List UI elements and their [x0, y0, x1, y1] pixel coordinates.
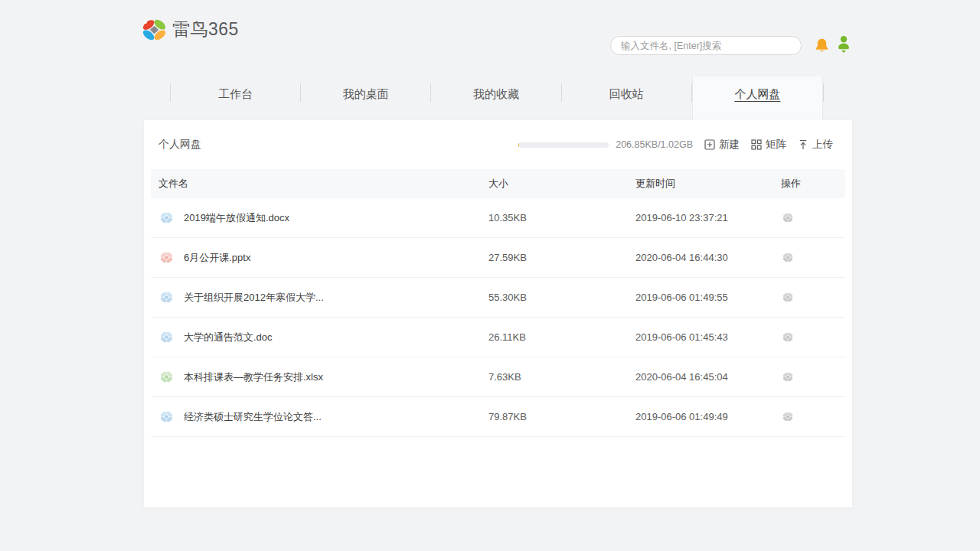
tab-my-favorites[interactable]: 我的收藏 [431, 77, 560, 120]
file-row[interactable]: 6月公开课.pptx 27.59KB 2020-06-04 16:44:30 [151, 238, 845, 278]
column-header-filename: 文件名 [151, 177, 488, 191]
file-type-icon [160, 411, 173, 422]
upload-arrow-icon [798, 139, 808, 150]
file-row[interactable]: 经济类硕士研究生学位论文答... 79.87KB 2019-06-06 01:4… [151, 397, 845, 437]
storage-usage-fill [518, 142, 519, 148]
tab-recycle-bin[interactable]: 回收站 [562, 77, 691, 120]
file-table-header: 文件名 大小 更新时间 操作 [151, 169, 845, 198]
upload-button-label: 上传 [812, 138, 833, 152]
file-row[interactable]: 本科排课表—教学任务安排.xlsx 7.63KB 2020-06-04 16:4… [151, 357, 845, 397]
file-row[interactable]: 大学的通告范文.doc 26.11KB 2019-06-06 01:45:43 [151, 318, 845, 357]
file-size: 79.87KB [488, 411, 635, 422]
pinwheel-logo-icon [142, 18, 167, 41]
file-name[interactable]: 关于组织开展2012年寒假大学... [184, 291, 324, 305]
brand-name: 雷鸟365 [172, 18, 239, 41]
file-name[interactable]: 2019端午放假通知.docx [184, 211, 289, 225]
row-actions-pinwheel-icon[interactable] [781, 291, 795, 304]
row-actions-pinwheel-icon[interactable] [781, 331, 795, 344]
row-actions-pinwheel-icon[interactable] [781, 211, 795, 224]
new-button-label: 新建 [719, 138, 740, 152]
tab-personal-drive[interactable]: 个人网盘 [692, 77, 823, 120]
search-input[interactable] [610, 36, 802, 55]
file-table-body: 2019端午放假通知.docx 10.35KB 2019-06-10 23:37… [151, 198, 845, 437]
file-type-icon [160, 371, 173, 383]
search-box [610, 36, 802, 55]
column-header-actions: 操作 [781, 177, 845, 191]
column-header-size: 大小 [488, 177, 635, 191]
file-updated-time: 2020-06-04 16:44:30 [635, 252, 781, 263]
file-updated-time: 2020-06-04 16:45:04 [635, 371, 781, 383]
file-row[interactable]: 2019端午放假通知.docx 10.35KB 2019-06-10 23:37… [151, 198, 845, 238]
file-type-icon [160, 331, 173, 343]
file-updated-time: 2019-06-06 01:45:43 [635, 331, 781, 343]
file-updated-time: 2019-06-06 01:49:49 [635, 411, 781, 422]
file-type-icon [160, 252, 173, 263]
file-updated-time: 2019-06-10 23:37:21 [635, 212, 781, 223]
file-size: 27.59KB [488, 252, 635, 263]
plus-square-icon [704, 139, 715, 150]
row-actions-pinwheel-icon[interactable] [781, 410, 795, 423]
file-type-icon [160, 292, 173, 303]
upload-button[interactable]: 上传 [798, 138, 833, 152]
tab-my-desktop[interactable]: 我的桌面 [301, 77, 430, 120]
row-actions-pinwheel-icon[interactable] [781, 251, 795, 264]
new-button[interactable]: 新建 [704, 138, 740, 152]
file-name[interactable]: 大学的通告范文.doc [184, 331, 273, 344]
file-size: 55.30KB [488, 292, 635, 303]
bell-icon[interactable] [814, 37, 830, 54]
file-size: 7.63KB [488, 371, 635, 383]
nav-divider [823, 83, 824, 102]
grid-matrix-icon [751, 139, 762, 150]
matrix-button-label: 矩阵 [766, 138, 786, 152]
column-header-updated: 更新时间 [635, 177, 781, 191]
storage-usage-text: 206.85KB/1.02GB [616, 139, 693, 150]
file-type-icon [160, 212, 173, 223]
file-name[interactable]: 本科排课表—教学任务安排.xlsx [184, 370, 323, 384]
brand-logo[interactable]: 雷鸟365 [142, 18, 239, 41]
storage-usage-bar [518, 142, 609, 148]
file-row[interactable]: 关于组织开展2012年寒假大学... 55.30KB 2019-06-06 01… [151, 278, 845, 318]
matrix-button[interactable]: 矩阵 [751, 138, 786, 152]
page-title: 个人网盘 [158, 138, 201, 152]
tab-workbench[interactable]: 工作台 [171, 77, 300, 120]
main-nav: 工作台 我的桌面 我的收藏 回收站 个人网盘 [170, 77, 824, 120]
panel-header: 个人网盘 206.85KB/1.02GB 新建 [144, 120, 852, 169]
row-actions-pinwheel-icon[interactable] [781, 370, 795, 383]
file-name[interactable]: 经济类硕士研究生学位论文答... [184, 410, 322, 424]
personal-drive-panel: 个人网盘 206.85KB/1.02GB 新建 [144, 120, 852, 507]
file-updated-time: 2019-06-06 01:49:55 [635, 292, 781, 303]
user-profile-icon[interactable] [836, 35, 851, 54]
file-table: 文件名 大小 更新时间 操作 2019端午放假通知.docx 10.35KB 2… [151, 169, 845, 437]
file-name[interactable]: 6月公开课.pptx [184, 251, 250, 265]
file-size: 10.35KB [488, 212, 635, 223]
file-size: 26.11KB [488, 331, 635, 343]
